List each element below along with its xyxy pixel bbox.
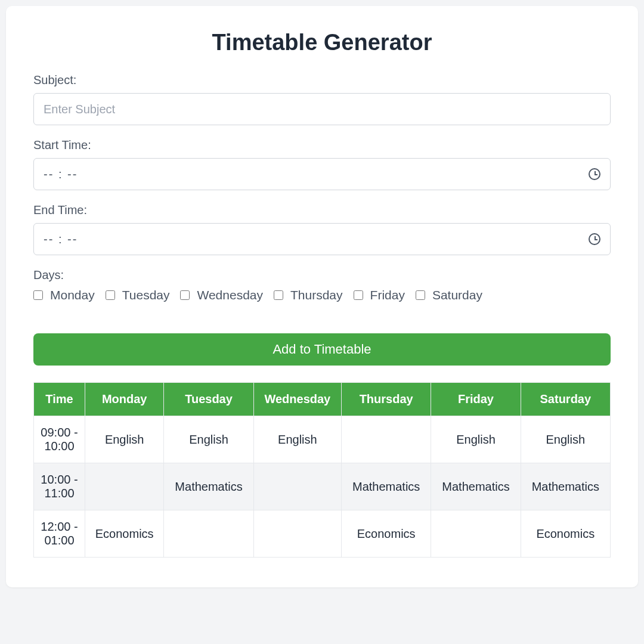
table-cell [253,510,341,558]
start-time-placeholder: -- : -- [44,168,78,181]
day-checkbox-thursday[interactable] [274,290,283,300]
day-label: Tuesday [122,288,170,302]
end-time-placeholder: -- : -- [44,233,78,246]
table-header: Wednesday [253,383,341,416]
table-row: 12:00 - 01:00EconomicsEconomicsEconomics [34,510,611,558]
time-cell: 12:00 - 01:00 [34,510,85,558]
table-body: 09:00 - 10:00EnglishEnglishEnglishEnglis… [34,416,611,558]
end-time-label: End Time: [33,203,611,217]
table-cell: Mathematics [521,463,610,510]
table-header: Monday [85,383,164,416]
clock-icon [589,233,600,245]
table-cell: Mathematics [342,463,431,510]
add-to-timetable-button[interactable]: Add to Timetable [33,333,611,366]
table-cell: Economics [85,510,164,558]
time-cell: 10:00 - 11:00 [34,463,85,510]
table-cell: English [521,416,610,463]
day-option-friday[interactable]: Friday [354,288,405,302]
table-cell: Mathematics [431,463,521,510]
end-time-group: End Time: -- : -- [33,203,611,255]
day-label: Thursday [290,288,343,302]
table-cell [253,463,341,510]
subject-label: Subject: [33,73,611,87]
end-time-input[interactable]: -- : -- [33,223,611,255]
table-cell: English [431,416,521,463]
day-option-saturday[interactable]: Saturday [416,288,482,302]
table-cell [342,416,431,463]
table-cell [431,510,521,558]
days-label: Days: [33,268,611,282]
table-cell: Economics [342,510,431,558]
table-row: 10:00 - 11:00MathematicsMathematicsMathe… [34,463,611,510]
day-label: Saturday [432,288,482,302]
day-label: Friday [370,288,405,302]
subject-input[interactable] [33,93,611,125]
day-checkbox-friday[interactable] [354,290,363,300]
start-time-label: Start Time: [33,138,611,152]
table-cell: English [253,416,341,463]
days-group: Days: MondayTuesdayWednesdayThursdayFrid… [33,268,611,302]
day-label: Monday [50,288,95,302]
table-header: Friday [431,383,521,416]
day-option-wednesday[interactable]: Wednesday [180,288,263,302]
table-cell: English [164,416,253,463]
timetable: TimeMondayTuesdayWednesdayThursdayFriday… [33,382,611,558]
day-checkbox-saturday[interactable] [416,290,425,300]
day-option-tuesday[interactable]: Tuesday [106,288,170,302]
table-cell [164,510,253,558]
table-header: Saturday [521,383,610,416]
table-cell: Economics [521,510,610,558]
days-row: MondayTuesdayWednesdayThursdayFridaySatu… [33,288,611,302]
day-option-monday[interactable]: Monday [33,288,95,302]
timetable-card: Timetable Generator Subject: Start Time:… [6,6,638,587]
day-checkbox-monday[interactable] [33,290,43,300]
page-title: Timetable Generator [33,30,611,55]
table-cell: English [85,416,164,463]
table-cell [85,463,164,510]
start-time-group: Start Time: -- : -- [33,138,611,190]
day-checkbox-wednesday[interactable] [180,290,190,300]
table-cell: Mathematics [164,463,253,510]
start-time-input[interactable]: -- : -- [33,158,611,190]
table-header-row: TimeMondayTuesdayWednesdayThursdayFriday… [34,383,611,416]
day-option-thursday[interactable]: Thursday [274,288,343,302]
table-header: Thursday [342,383,431,416]
time-cell: 09:00 - 10:00 [34,416,85,463]
day-checkbox-tuesday[interactable] [106,290,115,300]
table-header: Tuesday [164,383,253,416]
clock-icon [589,168,600,180]
table-header: Time [34,383,85,416]
day-label: Wednesday [197,288,263,302]
table-row: 09:00 - 10:00EnglishEnglishEnglishEnglis… [34,416,611,463]
subject-group: Subject: [33,73,611,125]
